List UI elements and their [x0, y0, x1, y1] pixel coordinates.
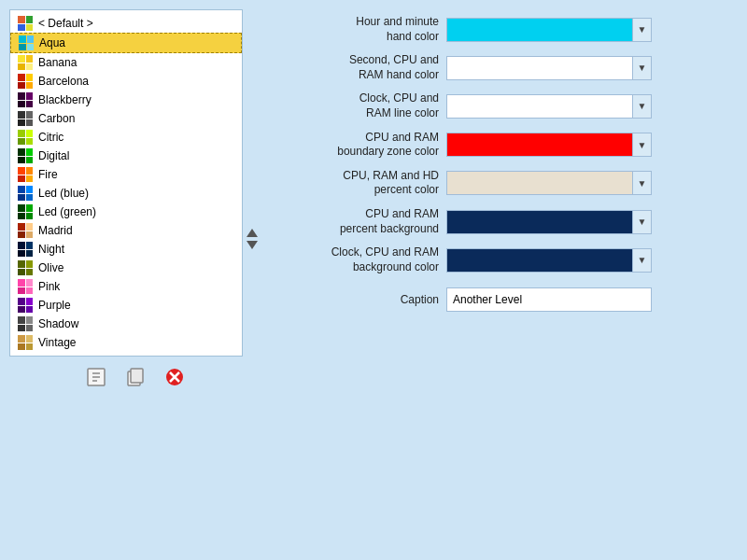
olive-icon	[18, 260, 33, 275]
shadow-icon	[18, 316, 33, 331]
style-label-shadow: Shadow	[38, 317, 78, 330]
style-item-barcelona[interactable]: Barcelona	[10, 72, 242, 91]
new-style-button[interactable]	[81, 362, 111, 392]
vintage-icon	[18, 335, 33, 350]
dropdown-arrow-second-cpu: ▼	[632, 57, 651, 79]
color-dropdown-cpu-ram-hd-percent[interactable]: ▼	[446, 171, 652, 195]
scroll-arrows	[243, 9, 261, 357]
style-label-aqua: Aqua	[39, 36, 65, 49]
color-row-cpu-ram-boundary: CPU and RAMboundary zone color▼	[280, 131, 738, 160]
right-panel: Hour and minutehand color▼Second, CPU an…	[280, 9, 738, 532]
style-item-carbon[interactable]: Carbon	[10, 109, 242, 128]
dropdown-arrow-cpu-ram-hd-percent: ▼	[632, 172, 651, 194]
scroll-up-arrow[interactable]	[247, 229, 258, 237]
style-item-vintage[interactable]: Vintage	[10, 333, 242, 352]
style-item-default[interactable]: < Default >	[10, 14, 242, 33]
style-label-banana: Banana	[38, 56, 77, 69]
color-row-clock-cpu-line: Clock, CPU andRAM line color▼	[280, 91, 738, 120]
scroll-down-arrow[interactable]	[247, 241, 258, 249]
color-row-hour-minute: Hour and minutehand color▼	[280, 15, 738, 44]
color-label-clock-cpu-line: Clock, CPU andRAM line color	[280, 91, 439, 120]
style-label-madrid: Madrid	[38, 224, 73, 237]
style-item-shadow[interactable]: Shadow	[10, 315, 242, 333]
style-label-vintage: Vintage	[38, 336, 76, 349]
night-icon	[18, 242, 33, 257]
style-item-digital[interactable]: Digital	[10, 147, 242, 165]
color-dropdown-hour-minute[interactable]: ▼	[446, 18, 652, 42]
color-row-second-cpu: Second, CPU andRAM hand color▼	[280, 53, 738, 82]
color-swatch-cpu-ram-hd-percent	[447, 172, 632, 194]
pink-icon	[18, 279, 33, 294]
style-label-carbon: Carbon	[38, 112, 75, 125]
color-label-cpu-ram-boundary: CPU and RAMboundary zone color	[280, 131, 439, 160]
delete-style-button[interactable]	[160, 362, 190, 392]
style-label-ledgreen: Led (green)	[38, 205, 96, 218]
style-label-barcelona: Barcelona	[38, 75, 89, 88]
style-item-olive[interactable]: Olive	[10, 259, 242, 277]
color-swatch-cpu-ram-percent-bg	[447, 211, 632, 233]
style-label-pink: Pink	[38, 280, 60, 293]
citric-icon	[18, 130, 33, 145]
style-label-olive: Olive	[38, 261, 63, 274]
color-swatch-cpu-ram-boundary	[447, 133, 632, 156]
color-dropdown-clock-cpu-ram-bg[interactable]: ▼	[446, 248, 652, 273]
style-toolbar	[9, 357, 261, 394]
copy-style-button[interactable]	[120, 362, 150, 392]
aqua-icon	[19, 35, 34, 50]
style-label-night: Night	[38, 243, 64, 256]
purple-icon	[18, 298, 33, 313]
svg-rect-2	[131, 369, 143, 383]
style-item-aqua[interactable]: Aqua	[10, 33, 242, 53]
madrid-icon	[18, 223, 33, 238]
style-list[interactable]: < Default >AquaBananaBarcelonaBlackberry…	[9, 9, 243, 357]
color-dropdown-second-cpu[interactable]: ▼	[446, 56, 652, 80]
color-dropdown-clock-cpu-line[interactable]: ▼	[446, 94, 652, 119]
style-item-blackberry[interactable]: Blackberry	[10, 91, 242, 109]
dropdown-arrow-hour-minute: ▼	[632, 19, 651, 41]
fire-icon	[18, 167, 33, 182]
dropdown-arrow-cpu-ram-percent-bg: ▼	[632, 211, 651, 233]
dropdown-arrow-cpu-ram-boundary: ▼	[632, 133, 651, 156]
title-bar	[0, 0, 747, 7]
blackberry-icon	[18, 92, 33, 107]
color-dropdown-cpu-ram-percent-bg[interactable]: ▼	[446, 210, 652, 234]
color-label-cpu-ram-percent-bg: CPU and RAMpercent background	[280, 207, 439, 236]
dropdown-arrow-clock-cpu-line: ▼	[632, 95, 651, 118]
left-panel: < Default >AquaBananaBarcelonaBlackberry…	[9, 9, 261, 532]
style-item-fire[interactable]: Fire	[10, 165, 242, 184]
style-item-madrid[interactable]: Madrid	[10, 221, 242, 240]
ledgreen-icon	[18, 204, 33, 219]
default-icon	[18, 16, 33, 31]
caption-label: Caption	[280, 293, 439, 306]
dropdown-arrow-clock-cpu-ram-bg: ▼	[632, 249, 651, 272]
style-item-ledblue[interactable]: Led (blue)	[10, 184, 242, 203]
caption-row: Caption	[280, 287, 738, 312]
color-label-hour-minute: Hour and minutehand color	[280, 15, 439, 44]
style-item-citric[interactable]: Citric	[10, 128, 242, 147]
style-item-purple[interactable]: Purple	[10, 296, 242, 315]
color-swatch-clock-cpu-line	[447, 95, 632, 118]
color-swatch-clock-cpu-ram-bg	[447, 249, 632, 272]
style-label-fire: Fire	[38, 168, 58, 181]
style-item-pink[interactable]: Pink	[10, 277, 242, 296]
style-label-default: < Default >	[38, 17, 93, 30]
color-row-cpu-ram-percent-bg: CPU and RAMpercent background▼	[280, 207, 738, 236]
caption-input[interactable]	[446, 287, 652, 312]
color-row-cpu-ram-hd-percent: CPU, RAM and HDpercent color▼	[280, 169, 738, 198]
color-label-second-cpu: Second, CPU andRAM hand color	[280, 53, 439, 82]
color-swatch-second-cpu	[447, 57, 632, 79]
style-label-ledblue: Led (blue)	[38, 187, 89, 200]
ledblue-icon	[18, 186, 33, 201]
style-item-banana[interactable]: Banana	[10, 53, 242, 72]
banana-icon	[18, 55, 33, 70]
barcelona-icon	[18, 74, 33, 89]
style-label-purple: Purple	[38, 299, 71, 312]
color-row-clock-cpu-ram-bg: Clock, CPU and RAMbackground color▼	[280, 245, 738, 274]
color-label-clock-cpu-ram-bg: Clock, CPU and RAMbackground color	[280, 245, 439, 274]
color-dropdown-cpu-ram-boundary[interactable]: ▼	[446, 133, 652, 157]
style-item-night[interactable]: Night	[10, 240, 242, 259]
carbon-icon	[18, 111, 33, 126]
color-swatch-hour-minute	[447, 19, 632, 41]
style-item-ledgreen[interactable]: Led (green)	[10, 203, 242, 221]
color-label-cpu-ram-hd-percent: CPU, RAM and HDpercent color	[280, 169, 439, 198]
